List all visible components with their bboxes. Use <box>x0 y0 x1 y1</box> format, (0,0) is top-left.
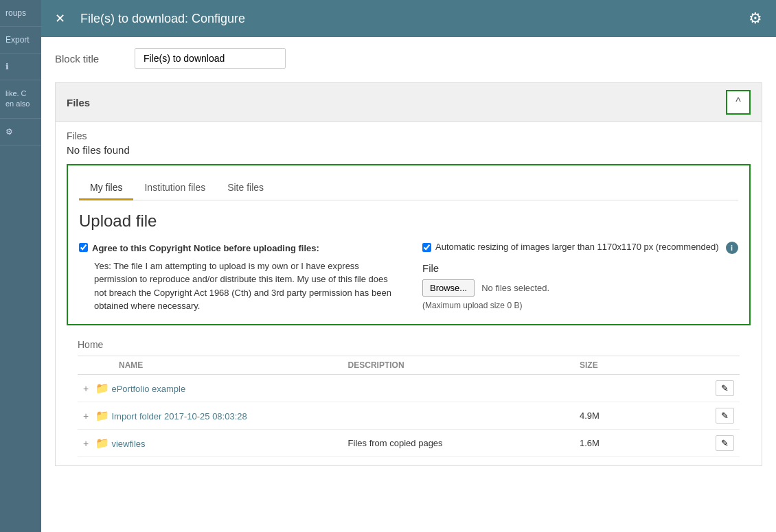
file-label: File <box>422 262 738 274</box>
files-section: Files ^ Files No files found My files In… <box>55 82 762 466</box>
block-title-label: Block title <box>55 53 124 65</box>
auto-resize-info-icon[interactable]: i <box>726 242 738 254</box>
modal: ✕ File(s) to download: Configure ⚙ Block… <box>41 0 776 532</box>
edit-button[interactable]: ✎ <box>716 435 734 451</box>
auto-resize-checkbox[interactable] <box>422 243 431 252</box>
home-label: Home <box>78 339 740 350</box>
sidebar: roups Export ℹ like. C en also ⚙ <box>0 0 41 532</box>
modal-header: ✕ File(s) to download: Configure ⚙ <box>41 0 776 37</box>
file-size <box>574 374 674 402</box>
table-row: + 📁 viewfiles Files from copied pages 1.… <box>78 429 740 456</box>
file-input-row: Browse... No files selected. <box>422 279 738 297</box>
table-row: + 📁 Import folder 2017-10-25 08:03:28 4.… <box>78 402 740 429</box>
no-file-selected-text: No files selected. <box>481 283 549 293</box>
col-header-action <box>674 356 740 374</box>
upload-box: My files Institution files Site files Up… <box>67 164 751 325</box>
file-description <box>343 374 574 402</box>
folder-icon: 📁 <box>95 410 109 421</box>
copyright-checkbox[interactable] <box>79 243 88 252</box>
file-size: 4.9M <box>574 402 674 429</box>
files-label: Files <box>67 130 751 141</box>
block-title-row: Block title <box>55 48 762 69</box>
file-size: 1.6M <box>574 429 674 456</box>
upload-grid: Agree to this Copyright Notice before up… <box>79 242 738 313</box>
sidebar-item-text: like. C en also <box>0 80 41 119</box>
edit-button[interactable]: ✎ <box>716 408 734 424</box>
upload-right: Automatic resizing of images larger than… <box>422 242 738 313</box>
upload-left: Agree to this Copyright Notice before up… <box>79 242 395 313</box>
modal-title: File(s) to download: Configure <box>80 12 245 26</box>
browse-button[interactable]: Browse... <box>422 279 475 297</box>
file-description <box>343 402 574 429</box>
folder-icon: 📁 <box>95 382 109 394</box>
file-name-link[interactable]: Import folder 2017-10-25 08:03:28 <box>111 411 247 421</box>
expand-icon[interactable]: + <box>83 438 89 449</box>
files-section-header: Files ^ <box>56 83 762 122</box>
sidebar-item-settings[interactable]: ⚙ <box>0 119 41 146</box>
col-header-name: NAME <box>78 356 343 374</box>
file-description: Files from copied pages <box>343 429 574 456</box>
modal-body: Block title Files ^ Files No files found… <box>41 37 776 532</box>
file-name-link[interactable]: ePortfolio example <box>111 384 185 394</box>
files-section-title: Files <box>67 97 90 108</box>
auto-resize-row: Automatic resizing of images larger than… <box>422 242 738 254</box>
file-name-link[interactable]: viewfiles <box>111 439 145 449</box>
edit-button[interactable]: ✎ <box>716 380 734 396</box>
folder-icon: 📁 <box>95 437 109 449</box>
auto-resize-label: Automatic resizing of images larger than… <box>435 242 719 252</box>
copyright-text: Yes: The file I am attempting to upload … <box>94 259 395 313</box>
tab-institution-files[interactable]: Institution files <box>133 176 216 200</box>
sidebar-item-groups[interactable]: roups <box>0 0 41 27</box>
no-files-text: No files found <box>67 144 751 156</box>
file-tabs: My files Institution files Site files <box>79 176 738 200</box>
tab-my-files[interactable]: My files <box>79 176 133 200</box>
close-button[interactable]: ✕ <box>55 11 65 26</box>
home-section: Home NAME DESCRIPTION SIZE <box>67 334 751 457</box>
copyright-label: Agree to this Copyright Notice before up… <box>92 243 319 253</box>
col-header-description: DESCRIPTION <box>343 356 574 374</box>
col-header-size: SIZE <box>574 356 674 374</box>
expand-icon[interactable]: + <box>83 410 89 421</box>
copyright-checkbox-row: Agree to this Copyright Notice before up… <box>79 242 395 255</box>
settings-icon[interactable]: ⚙ <box>749 10 762 27</box>
tab-site-files[interactable]: Site files <box>216 176 275 200</box>
files-table: NAME DESCRIPTION SIZE + 📁 <box>78 356 740 457</box>
table-row: + 📁 ePortfolio example ✎ <box>78 374 740 402</box>
expand-icon[interactable]: + <box>83 383 89 394</box>
block-title-input[interactable] <box>135 48 286 69</box>
sidebar-item-export[interactable]: Export <box>0 27 41 54</box>
max-upload-text: (Maximum upload size 0 B) <box>422 301 738 310</box>
upload-heading: Upload file <box>79 211 738 231</box>
collapse-button[interactable]: ^ <box>726 90 751 115</box>
files-content: Files No files found My files Institutio… <box>56 122 762 465</box>
sidebar-item-info[interactable]: ℹ <box>0 54 41 80</box>
